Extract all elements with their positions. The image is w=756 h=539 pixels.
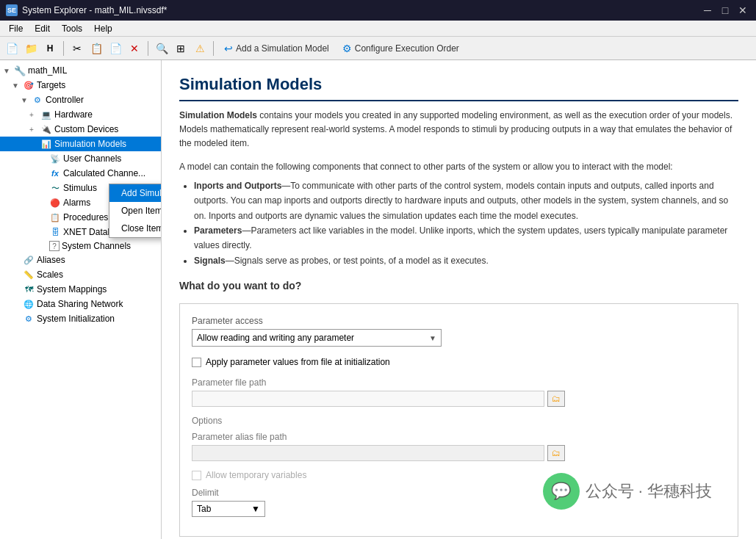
tree-item-system-channels[interactable]: ? System Channels [0,239,161,253]
param-file-group: Parameter file path 🗂 [192,377,726,407]
param-alias-browse-button[interactable]: 🗂 [547,445,565,461]
expand-scales [12,271,21,279]
tree-icon-targets: 🎯 [23,79,35,91]
tree-icon-calculated-channels: fx [49,167,61,179]
toolbar-save[interactable]: H [41,40,59,57]
tree-item-targets[interactable]: ▼ 🎯 Targets [0,78,161,93]
tree-item-hardware[interactable]: + 💻 Hardware [0,107,161,122]
tree-item-aliases[interactable]: 🔗 Aliases [0,253,161,267]
tree-item-scales[interactable]: 📏 Scales [0,267,161,282]
expand-system-mappings [12,286,21,294]
param-access-label: Parameter access [192,316,726,326]
tree-icon-data-sharing: 🌐 [23,298,35,310]
expand-xnet-databases [38,228,47,236]
tree-label-math-mil: math_MIL [28,65,67,76]
toolbar-warn[interactable]: ⚠ [191,40,209,57]
expand-math-mil: ▼ [3,67,12,75]
right-panel: Simulation Models Simulation Models cont… [162,60,756,539]
description-rest: contains your models you created in any … [179,110,732,148]
toolbar-separator-2 [148,41,148,56]
section-text: A model can contain the following compon… [179,160,738,174]
param-alias-label: Parameter alias file path [192,432,726,442]
tree-icon-aliases: 🔗 [23,254,35,266]
toolbar-search[interactable]: 🔍 [153,40,170,57]
tree-label-system-init: System Initialization [37,314,115,324]
tree-item-system-init[interactable]: ⚙ System Initialization [0,311,161,326]
context-open-hierarchy[interactable]: Open Item Hierarchy [109,202,162,220]
close-button[interactable]: ✕ [735,3,750,18]
allow-temp-checkbox[interactable] [192,471,201,480]
toolbar-copy[interactable]: 📋 [87,40,105,57]
tree-icon-simulation-models: 📊 [40,138,52,150]
minimize-button[interactable]: ─ [700,3,715,18]
expand-system-channels [38,242,47,250]
window-title: System Explorer - math_MIL.nivssdf* [22,5,167,15]
delimit-select[interactable]: Tab ▼ [192,501,265,517]
tree-item-calculated-channels[interactable]: fx Calculated Channe... [0,166,161,181]
app-icon: SE [6,4,18,16]
tree-label-simulation-models: Simulation Models [54,139,126,149]
tree-item-system-mappings[interactable]: 🗺 System Mappings [0,282,161,297]
expand-hardware: + [29,111,38,119]
tree-item-custom-devices[interactable]: + 🔌 Custom Devices [0,122,161,137]
allow-temp-row: Allow temporary variables [192,470,726,480]
toolbar-delete[interactable]: ✕ [126,40,143,57]
tree-item-controller[interactable]: ▼ ⚙ Controller [0,93,161,107]
toolbar-open[interactable]: 📁 [22,40,40,57]
apply-params-checkbox[interactable] [192,358,201,367]
toolbar-separator-3 [213,41,214,56]
configure-icon: ⚙ [342,43,352,54]
tree-item-math-mil[interactable]: ▼ 🔧 math_MIL [0,63,161,78]
toolbar-new[interactable]: 📄 [3,40,21,57]
menu-file[interactable]: File [3,22,29,35]
tree-label-controller: Controller [46,95,84,105]
menu-edit[interactable]: Edit [29,22,56,35]
expand-simulation-models [29,140,38,148]
expand-controller: ▼ [21,96,29,104]
expand-alarms [38,199,47,207]
param-file-row: 🗂 [192,391,726,407]
param-file-browse-button[interactable]: 🗂 [547,391,565,407]
tree-icon-custom-devices: 🔌 [40,123,52,135]
param-file-input[interactable] [192,391,544,407]
add-simulation-model-button[interactable]: ↩ Add a Simulation Model [218,40,335,57]
toolbar-paste[interactable]: 📄 [107,40,124,57]
tree-label-procedures: Procedures [63,212,108,223]
tree-item-data-sharing-network[interactable]: 🌐 Data Sharing Network [0,297,161,311]
title-bar: SE System Explorer - math_MIL.nivssdf* ─… [0,0,756,21]
tree-icon-system-channels: ? [49,241,60,251]
expand-calculated-channels [38,170,47,178]
tree-label-system-channels: System Channels [62,241,131,251]
tree-label-stimulus: Stimulus [63,183,97,193]
menu-help[interactable]: Help [88,22,118,35]
param-access-select[interactable]: Allow reading and writing any parameter … [192,329,442,347]
tree-icon-hardware: 💻 [40,109,52,120]
toolbar-grid[interactable]: ⊞ [172,40,190,57]
context-close-hierarchy[interactable]: Close Item Hierarchy [109,220,162,237]
param-access-arrow: ▼ [429,334,436,342]
configure-execution-button[interactable]: ⚙ Configure Execution Order [336,40,465,57]
menu-tools[interactable]: Tools [56,22,88,35]
param-file-label: Parameter file path [192,377,726,388]
tree-label-calculated-channels: Calculated Channe... [63,168,145,178]
tree-label-targets: Targets [37,80,65,90]
apply-params-row: Apply parameter values from file at init… [192,357,726,367]
param-alias-input[interactable] [192,445,544,461]
bullet-inports: Inports and Outports—To communicate with… [194,178,738,223]
tree-item-simulation-models[interactable]: 📊 Simulation Models [0,137,161,151]
tree-item-user-channels[interactable]: 📡 User Channels [0,151,161,166]
tree-icon-controller: ⚙ [32,94,43,106]
expand-procedures [38,214,47,222]
tree-icon-system-init: ⚙ [23,313,35,325]
context-add-simulation-model[interactable]: Add Simulation Model [109,184,162,202]
what-to-do-heading: What do you want to do? [179,280,738,292]
maximize-button[interactable]: □ [718,3,732,18]
expand-stimulus [38,184,47,192]
tree-icon-xnet-databases: 🗄 [49,226,61,238]
menu-bar: File Edit Tools Help [0,21,756,37]
allow-temp-label: Allow temporary variables [206,470,306,480]
toolbar-cut[interactable]: ✂ [68,40,86,57]
tree-icon-alarms: 🔴 [49,197,61,209]
main-container: ▼ 🔧 math_MIL ▼ 🎯 Targets ▼ ⚙ Controller … [0,60,756,539]
tree-icon-system-mappings: 🗺 [23,283,35,295]
